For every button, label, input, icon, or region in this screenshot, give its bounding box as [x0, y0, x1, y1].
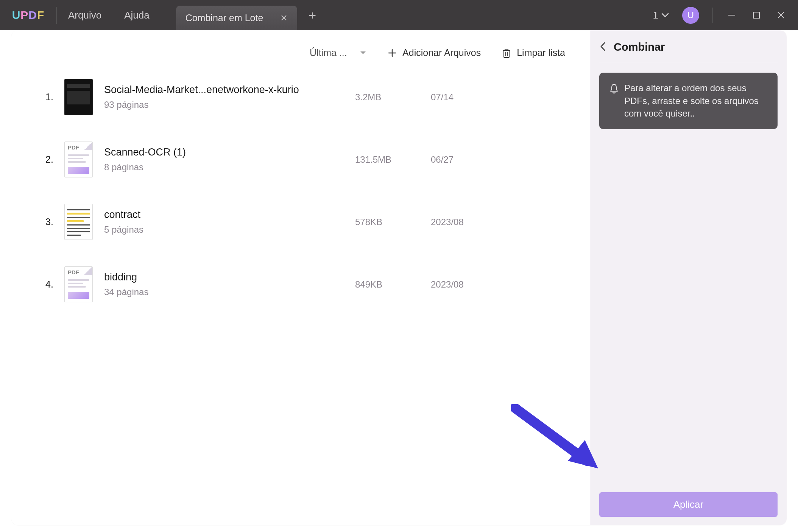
apply-button[interactable]: Aplicar: [599, 492, 778, 517]
file-size: 3.2MB: [355, 92, 431, 103]
file-name: Social-Media-Market...enetworkone-x-kuri…: [104, 84, 355, 96]
file-date: 07/14: [431, 92, 525, 103]
file-meta: Social-Media-Market...enetworkone-x-kuri…: [104, 84, 571, 110]
svg-rect-1: [753, 12, 759, 18]
file-date: 06/27: [431, 154, 525, 165]
sort-label: Última ...: [310, 47, 355, 58]
close-window-button[interactable]: [775, 9, 787, 21]
titlebar-right: 1 U: [653, 7, 798, 24]
file-thumbnail: PDF: [64, 266, 93, 302]
file-list: 1. Social-Media-Market...enetworkone-x-k…: [34, 72, 575, 321]
app-logo: UPDF: [0, 7, 57, 24]
close-icon: [776, 10, 786, 20]
file-pages: 93 páginas: [104, 100, 355, 110]
add-files-label: Adicionar Arquivos: [402, 47, 481, 58]
chevron-down-icon: [360, 50, 366, 56]
plus-icon: [387, 48, 397, 58]
new-tab-button[interactable]: +: [309, 8, 316, 23]
file-pages: 34 páginas: [104, 287, 355, 297]
file-list-card: Última ... Adicionar Arquivos Limpar lis…: [34, 38, 575, 518]
file-name: Scanned-OCR (1): [104, 146, 355, 158]
minimize-button[interactable]: [726, 9, 737, 21]
maximize-button[interactable]: [751, 9, 762, 21]
avatar[interactable]: U: [682, 7, 699, 24]
file-pages: 5 páginas: [104, 224, 355, 235]
file-meta: Scanned-OCR (1) 8 páginas 131.5MB 06/27: [104, 146, 571, 173]
list-item[interactable]: 3. contract 5 páginas 578KB 2023/08: [34, 196, 575, 259]
file-size: 131.5MB: [355, 154, 431, 165]
apply-label: Aplicar: [673, 499, 703, 510]
file-pages: 8 páginas: [104, 162, 355, 173]
file-name: contract: [104, 209, 355, 221]
row-index: 3.: [45, 216, 64, 227]
tab-combine-batch[interactable]: Combinar em Lote ✕: [176, 6, 298, 30]
sort-dropdown[interactable]: Última ...: [310, 47, 366, 58]
row-index: 4.: [45, 279, 64, 290]
tip-box: Para alterar a ordem dos seus PDFs, arra…: [599, 73, 778, 129]
file-name: bidding: [104, 271, 355, 283]
file-thumbnail: PDF: [64, 142, 93, 177]
file-date: 2023/08: [431, 217, 525, 227]
tip-text: Para alterar a ordem dos seus PDFs, arra…: [624, 82, 768, 120]
file-thumbnail: [64, 79, 93, 115]
tab-label: Combinar em Lote: [185, 12, 263, 23]
row-index: 1.: [45, 92, 64, 103]
titlebar: UPDF Arquivo Ajuda Combinar em Lote ✕ + …: [0, 0, 798, 30]
side-header: Combinar: [599, 41, 778, 62]
window-count-dropdown[interactable]: 1: [653, 9, 669, 21]
file-size: 578KB: [355, 217, 431, 227]
main-panel: Última ... Adicionar Arquivos Limpar lis…: [11, 30, 590, 525]
workspace: Última ... Adicionar Arquivos Limpar lis…: [11, 30, 787, 525]
file-size: 849KB: [355, 279, 431, 290]
menu-help[interactable]: Ajuda: [113, 9, 161, 21]
list-item[interactable]: 4. PDF bidding 34 páginas 849KB 2023/0: [34, 259, 575, 321]
back-button[interactable]: [599, 41, 607, 53]
bell-icon: [609, 82, 619, 120]
list-item[interactable]: 1. Social-Media-Market...enetworkone-x-k…: [34, 72, 575, 134]
clear-list-label: Limpar lista: [517, 47, 565, 58]
minimize-icon: [727, 10, 737, 20]
chevron-down-icon: [661, 12, 669, 18]
add-files-button[interactable]: Adicionar Arquivos: [387, 47, 481, 58]
trash-icon: [502, 48, 511, 58]
file-thumbnail: [64, 204, 93, 240]
list-item[interactable]: 2. PDF Scanned-OCR (1) 8 páginas 131.5MB: [34, 134, 575, 196]
chevron-left-icon: [599, 41, 607, 52]
close-icon[interactable]: ✕: [280, 13, 288, 23]
clear-list-button[interactable]: Limpar lista: [502, 47, 565, 58]
side-panel: Combinar Para alterar a ordem dos seus P…: [590, 30, 787, 525]
row-index: 2.: [45, 154, 64, 165]
window-count-value: 1: [653, 9, 658, 21]
menu-file[interactable]: Arquivo: [57, 9, 113, 21]
file-meta: contract 5 páginas 578KB 2023/08: [104, 209, 571, 235]
separator: [712, 8, 713, 23]
card-toolbar: Última ... Adicionar Arquivos Limpar lis…: [34, 38, 575, 72]
file-meta: bidding 34 páginas 849KB 2023/08: [104, 271, 571, 297]
side-title: Combinar: [614, 41, 665, 53]
maximize-icon: [752, 11, 761, 20]
file-date: 2023/08: [431, 279, 525, 290]
